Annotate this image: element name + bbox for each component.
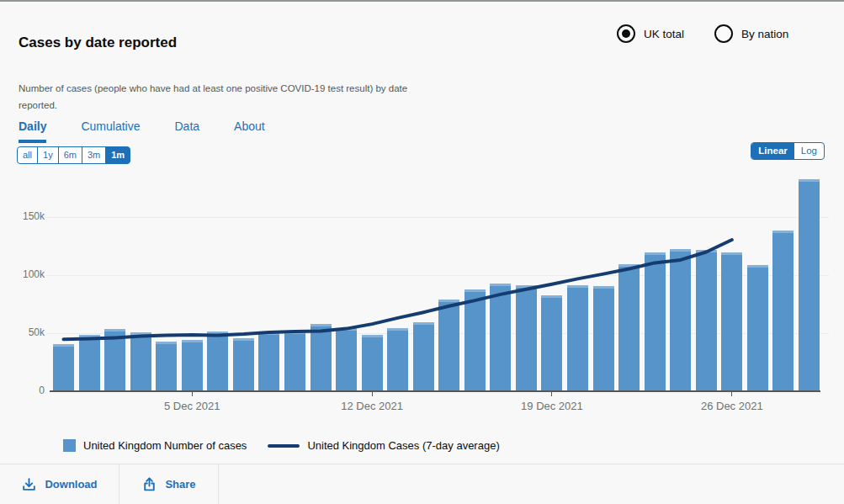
y-axis-tick-label: 0	[0, 385, 45, 396]
chart-bar[interactable]	[362, 335, 383, 391]
share-icon	[141, 476, 157, 492]
download-button[interactable]: Download	[0, 464, 119, 504]
share-button[interactable]: Share	[119, 464, 219, 504]
x-axis-tick	[551, 391, 552, 396]
chart-bar[interactable]	[336, 328, 357, 391]
chart-bar[interactable]	[799, 179, 820, 391]
legend-item-cases[interactable]: United Kingdom Number of cases	[63, 439, 247, 452]
chart-bar[interactable]	[53, 344, 74, 391]
chart-bar[interactable]	[387, 328, 408, 391]
chart-bar[interactable]	[772, 231, 794, 391]
chart-bar[interactable]	[490, 284, 511, 391]
chart-bar[interactable]	[438, 300, 459, 391]
gridline	[46, 217, 829, 218]
y-axis-tick-label: 100k	[0, 268, 45, 280]
chart-bar[interactable]	[696, 250, 717, 391]
share-label: Share	[165, 478, 195, 491]
chart-bar[interactable]	[79, 335, 100, 391]
chart-bar[interactable]	[182, 340, 203, 391]
x-axis-tick	[192, 391, 193, 396]
chart-bar[interactable]	[104, 329, 125, 391]
chart-bar[interactable]	[311, 324, 332, 391]
chart-bar[interactable]	[413, 322, 434, 391]
chart-bar[interactable]	[233, 338, 254, 391]
download-label: Download	[45, 478, 97, 491]
x-axis-tick-label: 5 Dec 2021	[146, 400, 238, 412]
line-swatch-icon	[268, 444, 300, 448]
chart-bar[interactable]	[156, 342, 177, 391]
x-axis-tick-label: 19 Dec 2021	[506, 400, 598, 412]
y-axis-tick-label: 50k	[0, 326, 45, 338]
chart-bar[interactable]	[618, 264, 640, 391]
chart-bar[interactable]	[130, 332, 151, 391]
legend-average-label: United Kingdom Cases (7-day average)	[307, 439, 499, 452]
x-axis-tick-label: 26 Dec 2021	[686, 400, 778, 412]
legend-item-average[interactable]: United Kingdom Cases (7-day average)	[268, 439, 499, 452]
chart-bar[interactable]	[567, 285, 588, 391]
chart-action-bar: Download Share	[0, 464, 844, 504]
chart-bar[interactable]	[284, 332, 305, 391]
legend-cases-label: United Kingdom Number of cases	[83, 439, 247, 452]
chart-plot-area[interactable]: 050k100k150k5 Dec 202112 Dec 202119 Dec …	[0, 2, 844, 504]
cases-dashboard-card: Cases by date reported UK total By natio…	[0, 0, 844, 504]
x-axis-tick-label: 12 Dec 2021	[326, 400, 418, 412]
x-axis-tick	[731, 391, 732, 396]
y-axis-tick-label: 150k	[0, 210, 45, 222]
chart-bar[interactable]	[516, 285, 537, 391]
chart-bar[interactable]	[645, 252, 666, 391]
chart-bar[interactable]	[207, 332, 228, 391]
x-axis-line	[50, 390, 820, 392]
chart-bar[interactable]	[747, 265, 768, 391]
chart-bar[interactable]	[541, 295, 562, 391]
bar-swatch-icon	[63, 439, 76, 452]
chart-legend: United Kingdom Number of cases United Ki…	[63, 439, 500, 452]
chart-bar[interactable]	[464, 289, 486, 391]
download-icon	[21, 476, 37, 492]
chart-bar[interactable]	[721, 252, 742, 391]
chart-bar[interactable]	[670, 249, 691, 391]
x-axis-tick	[372, 391, 373, 396]
chart-bar[interactable]	[258, 332, 279, 391]
chart-bar[interactable]	[593, 286, 614, 391]
